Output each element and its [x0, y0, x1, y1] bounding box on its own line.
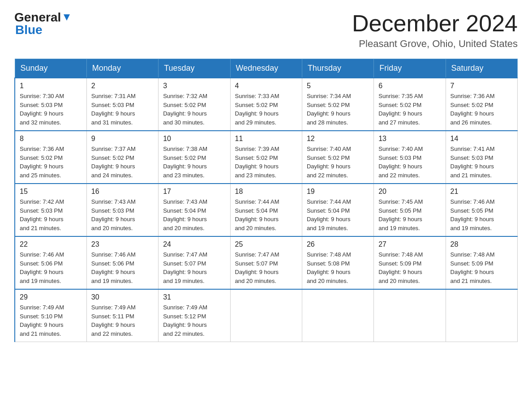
day-number: 28 [450, 240, 513, 248]
cell-week5-day4 [302, 289, 373, 342]
day-info: Sunrise: 7:47 AM Sunset: 5:07 PM Dayligh… [235, 250, 297, 285]
day-number: 14 [450, 135, 513, 143]
cell-week1-day4: 5 Sunrise: 7:34 AM Sunset: 5:02 PM Dayli… [302, 78, 373, 131]
day-number: 5 [307, 82, 369, 90]
day-info: Sunrise: 7:49 AM Sunset: 5:12 PM Dayligh… [163, 303, 225, 338]
day-info: Sunrise: 7:35 AM Sunset: 5:02 PM Dayligh… [378, 92, 441, 127]
cell-week3-day2: 17 Sunrise: 7:43 AM Sunset: 5:04 PM Dayl… [159, 184, 230, 236]
day-info: Sunrise: 7:48 AM Sunset: 5:09 PM Dayligh… [450, 250, 513, 285]
day-number: 4 [235, 82, 297, 90]
day-info: Sunrise: 7:34 AM Sunset: 5:02 PM Dayligh… [307, 92, 369, 127]
day-number: 31 [163, 293, 225, 301]
day-number: 1 [20, 82, 82, 90]
day-number: 17 [163, 188, 225, 196]
cell-week1-day6: 7 Sunrise: 7:36 AM Sunset: 5:02 PM Dayli… [446, 78, 517, 131]
day-number: 30 [91, 293, 154, 301]
day-number: 25 [235, 240, 297, 248]
day-number: 26 [307, 240, 369, 248]
day-number: 29 [20, 293, 82, 301]
header-monday: Monday [86, 59, 158, 78]
day-number: 19 [307, 188, 369, 196]
cell-week5-day6 [446, 289, 517, 342]
cell-week4-day6: 28 Sunrise: 7:48 AM Sunset: 5:09 PM Dayl… [446, 236, 517, 289]
day-info: Sunrise: 7:40 AM Sunset: 5:03 PM Dayligh… [378, 145, 441, 180]
cell-week4-day4: 26 Sunrise: 7:48 AM Sunset: 5:08 PM Dayl… [302, 236, 373, 289]
day-info: Sunrise: 7:43 AM Sunset: 5:03 PM Dayligh… [91, 197, 154, 232]
day-info: Sunrise: 7:46 AM Sunset: 5:05 PM Dayligh… [450, 197, 513, 232]
day-number: 3 [163, 82, 225, 90]
day-info: Sunrise: 7:38 AM Sunset: 5:02 PM Dayligh… [163, 145, 225, 180]
cell-week4-day0: 22 Sunrise: 7:46 AM Sunset: 5:06 PM Dayl… [15, 236, 86, 289]
cell-week2-day6: 14 Sunrise: 7:41 AM Sunset: 5:03 PM Dayl… [446, 131, 517, 184]
cell-week1-day5: 6 Sunrise: 7:35 AM Sunset: 5:02 PM Dayli… [374, 78, 446, 131]
day-info: Sunrise: 7:36 AM Sunset: 5:02 PM Dayligh… [20, 145, 82, 180]
day-number: 16 [91, 188, 154, 196]
day-info: Sunrise: 7:44 AM Sunset: 5:04 PM Dayligh… [307, 197, 369, 232]
header-thursday: Thursday [302, 59, 373, 78]
day-info: Sunrise: 7:46 AM Sunset: 5:06 PM Dayligh… [91, 250, 154, 285]
calendar-table: Sunday Monday Tuesday Wednesday Thursday… [14, 59, 518, 342]
day-number: 2 [91, 82, 154, 90]
logo: General Blue [14, 11, 72, 37]
day-number: 20 [378, 188, 441, 196]
day-number: 21 [450, 188, 513, 196]
header-wednesday: Wednesday [230, 59, 302, 78]
cell-week2-day1: 9 Sunrise: 7:37 AM Sunset: 5:02 PM Dayli… [86, 131, 158, 184]
day-number: 9 [91, 135, 154, 143]
cell-week3-day0: 15 Sunrise: 7:42 AM Sunset: 5:03 PM Dayl… [15, 184, 86, 236]
week-row-5: 29 Sunrise: 7:49 AM Sunset: 5:10 PM Dayl… [15, 289, 518, 342]
cell-week1-day1: 2 Sunrise: 7:31 AM Sunset: 5:03 PM Dayli… [86, 78, 158, 131]
day-info: Sunrise: 7:47 AM Sunset: 5:07 PM Dayligh… [163, 250, 225, 285]
cell-week1-day0: 1 Sunrise: 7:30 AM Sunset: 5:03 PM Dayli… [15, 78, 86, 131]
day-number: 13 [378, 135, 441, 143]
cell-week5-day2: 31 Sunrise: 7:49 AM Sunset: 5:12 PM Dayl… [159, 289, 230, 342]
day-number: 7 [450, 82, 513, 90]
cell-week1-day3: 4 Sunrise: 7:33 AM Sunset: 5:02 PM Dayli… [230, 78, 302, 131]
cell-week3-day4: 19 Sunrise: 7:44 AM Sunset: 5:04 PM Dayl… [302, 184, 373, 236]
location: Pleasant Grove, Ohio, United States [352, 38, 518, 50]
day-number: 10 [163, 135, 225, 143]
cell-week4-day3: 25 Sunrise: 7:47 AM Sunset: 5:07 PM Dayl… [230, 236, 302, 289]
cell-week5-day1: 30 Sunrise: 7:49 AM Sunset: 5:11 PM Dayl… [86, 289, 158, 342]
header-friday: Friday [374, 59, 446, 78]
header-sunday: Sunday [15, 59, 86, 78]
day-number: 27 [378, 240, 441, 248]
day-number: 8 [20, 135, 82, 143]
svg-marker-0 [64, 14, 70, 21]
week-row-2: 8 Sunrise: 7:36 AM Sunset: 5:02 PM Dayli… [15, 131, 518, 184]
day-info: Sunrise: 7:30 AM Sunset: 5:03 PM Dayligh… [20, 92, 82, 127]
day-info: Sunrise: 7:33 AM Sunset: 5:02 PM Dayligh… [235, 92, 297, 127]
cell-week5-day5 [374, 289, 446, 342]
logo-blue: Blue [15, 23, 43, 37]
month-title: December 2024 [352, 11, 518, 36]
header-tuesday: Tuesday [159, 59, 230, 78]
day-number: 23 [91, 240, 154, 248]
day-number: 24 [163, 240, 225, 248]
day-info: Sunrise: 7:31 AM Sunset: 5:03 PM Dayligh… [91, 92, 154, 127]
cell-week3-day5: 20 Sunrise: 7:45 AM Sunset: 5:05 PM Dayl… [374, 184, 446, 236]
cell-week4-day1: 23 Sunrise: 7:46 AM Sunset: 5:06 PM Dayl… [86, 236, 158, 289]
day-number: 12 [307, 135, 369, 143]
cell-week4-day5: 27 Sunrise: 7:48 AM Sunset: 5:09 PM Dayl… [374, 236, 446, 289]
day-headers-row: Sunday Monday Tuesday Wednesday Thursday… [15, 59, 518, 78]
day-info: Sunrise: 7:46 AM Sunset: 5:06 PM Dayligh… [20, 250, 82, 285]
week-row-1: 1 Sunrise: 7:30 AM Sunset: 5:03 PM Dayli… [15, 78, 518, 131]
cell-week5-day0: 29 Sunrise: 7:49 AM Sunset: 5:10 PM Dayl… [15, 289, 86, 342]
day-info: Sunrise: 7:48 AM Sunset: 5:08 PM Dayligh… [307, 250, 369, 285]
cell-week2-day3: 11 Sunrise: 7:39 AM Sunset: 5:02 PM Dayl… [230, 131, 302, 184]
day-info: Sunrise: 7:37 AM Sunset: 5:02 PM Dayligh… [91, 145, 154, 180]
day-info: Sunrise: 7:40 AM Sunset: 5:02 PM Dayligh… [307, 145, 369, 180]
day-info: Sunrise: 7:36 AM Sunset: 5:02 PM Dayligh… [450, 92, 513, 127]
cell-week3-day6: 21 Sunrise: 7:46 AM Sunset: 5:05 PM Dayl… [446, 184, 517, 236]
week-row-4: 22 Sunrise: 7:46 AM Sunset: 5:06 PM Dayl… [15, 236, 518, 289]
day-info: Sunrise: 7:41 AM Sunset: 5:03 PM Dayligh… [450, 145, 513, 180]
day-info: Sunrise: 7:44 AM Sunset: 5:04 PM Dayligh… [235, 197, 297, 232]
day-info: Sunrise: 7:48 AM Sunset: 5:09 PM Dayligh… [378, 250, 441, 285]
cell-week3-day1: 16 Sunrise: 7:43 AM Sunset: 5:03 PM Dayl… [86, 184, 158, 236]
week-row-3: 15 Sunrise: 7:42 AM Sunset: 5:03 PM Dayl… [15, 184, 518, 236]
day-info: Sunrise: 7:43 AM Sunset: 5:04 PM Dayligh… [163, 197, 225, 232]
day-info: Sunrise: 7:49 AM Sunset: 5:11 PM Dayligh… [91, 303, 154, 338]
cell-week2-day4: 12 Sunrise: 7:40 AM Sunset: 5:02 PM Dayl… [302, 131, 373, 184]
cell-week5-day3 [230, 289, 302, 342]
cell-week4-day2: 24 Sunrise: 7:47 AM Sunset: 5:07 PM Dayl… [159, 236, 230, 289]
